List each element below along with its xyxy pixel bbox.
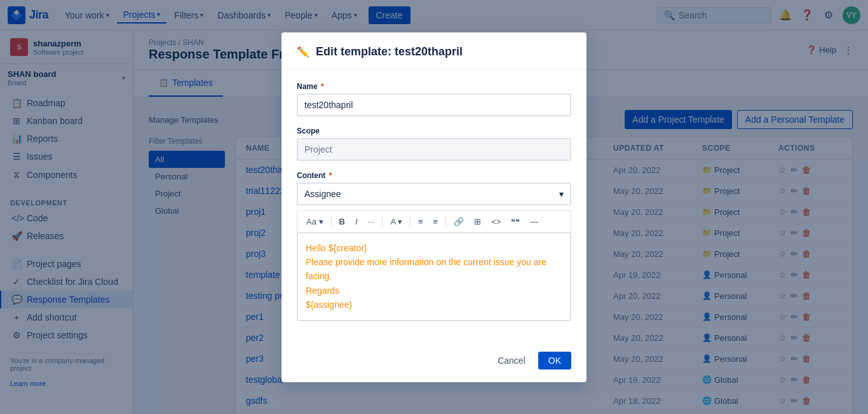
chevron-down-icon: ▾ (559, 189, 564, 199)
content-label: Content * (297, 171, 571, 180)
edit-icon: ✏️ (297, 46, 309, 58)
editor-toolbar: Aa ▾ B I ··· A ▾ ≡ ≡ 🔗 ⊞ <> ❝❝ — (297, 210, 571, 232)
ok-button[interactable]: OK (538, 352, 571, 369)
editor-line4: ${assignee} (306, 300, 352, 310)
editor-line3: Regards (306, 286, 339, 296)
toolbar-table-btn[interactable]: ⊞ (470, 215, 485, 228)
content-variable-dropdown[interactable]: Assignee ▾ (297, 183, 571, 205)
edit-template-modal: ✏️ Edit template: test20thapril Name * S… (281, 32, 587, 382)
toolbar-hr-btn[interactable]: — (526, 215, 542, 228)
editor-content[interactable]: Hello ${creator} Please provide more inf… (297, 232, 571, 321)
toolbar-separator (331, 216, 332, 226)
toolbar-separator (410, 216, 410, 226)
modal-overlay: ✏️ Edit template: test20thapril Name * S… (0, 0, 868, 414)
toolbar-font-btn[interactable]: Aa ▾ (302, 215, 327, 228)
required-marker: * (321, 82, 324, 91)
required-marker: * (329, 171, 332, 180)
name-input[interactable] (297, 93, 571, 116)
modal-header: ✏️ Edit template: test20thapril (281, 32, 587, 69)
modal-body: Name * Scope Content * Assignee ▾ (281, 69, 587, 344)
toolbar-separator (382, 216, 383, 226)
modal-title: Edit template: test20thapril (316, 45, 463, 59)
cancel-button[interactable]: Cancel (490, 352, 533, 369)
toolbar-ol-btn[interactable]: ≡ (430, 215, 442, 228)
toolbar-more-btn[interactable]: ··· (364, 215, 379, 228)
editor-line2: Please provide more information on the c… (306, 257, 546, 281)
scope-label: Scope (297, 127, 571, 135)
toolbar-ul-btn[interactable]: ≡ (414, 215, 427, 228)
toolbar-code-btn[interactable]: <> (487, 215, 505, 228)
name-field-group: Name * (297, 82, 571, 116)
toolbar-separator (445, 216, 446, 226)
toolbar-link-btn[interactable]: 🔗 (450, 215, 468, 228)
scope-field-group: Scope (297, 127, 571, 161)
editor-line1: Hello ${creator} (306, 243, 367, 253)
toolbar-bold-btn[interactable]: B (336, 215, 349, 228)
toolbar-quote-btn[interactable]: ❝❝ (507, 215, 524, 228)
name-label: Name * (297, 82, 571, 91)
scope-input (297, 138, 571, 161)
modal-footer: Cancel OK (281, 344, 587, 382)
toolbar-italic-btn[interactable]: I (351, 215, 362, 228)
toolbar-color-btn[interactable]: A ▾ (386, 215, 406, 228)
content-field-group: Content * Assignee ▾ Aa ▾ B I ··· A ▾ ≡ (297, 171, 571, 321)
